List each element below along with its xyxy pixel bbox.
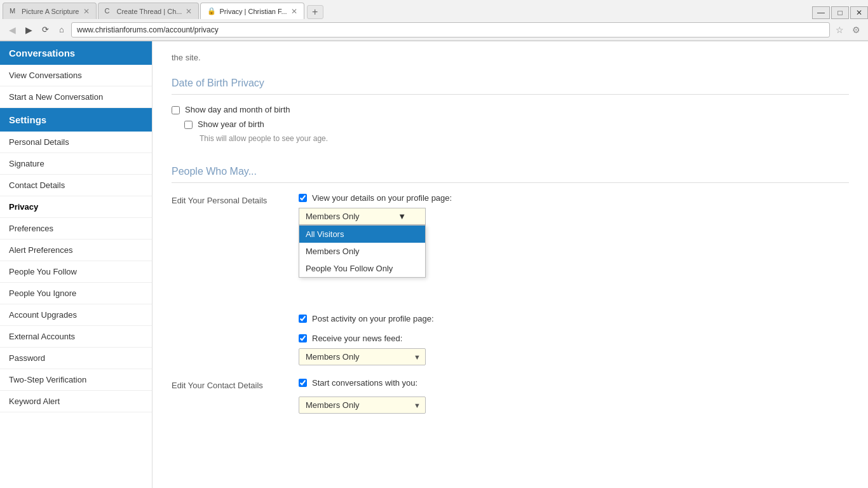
news-feed-checkbox[interactable] <box>299 334 307 342</box>
refresh-button[interactable]: ⟳ <box>38 23 52 37</box>
tab-gmail[interactable]: M Picture A Scripture ✕ <box>3 3 97 19</box>
tab-close-gmail[interactable]: ✕ <box>83 7 90 16</box>
sidebar-item-people-you-ignore[interactable]: People You Ignore <box>0 283 152 304</box>
start-conversations-label[interactable]: Start conversations with you: <box>312 378 417 388</box>
toolbar-right: ☆ ⚙ <box>832 23 863 37</box>
show-year-row: Show year of birth <box>184 119 849 129</box>
show-year-checkbox[interactable] <box>184 121 193 129</box>
news-feed-label[interactable]: Receive your news feed: <box>312 334 402 343</box>
start-conversations-dropdown[interactable]: Members Only All Visitors People You Fol… <box>299 396 426 414</box>
members-dropdown-container: Members Only ▼ All Visitors Members Only… <box>299 208 849 225</box>
sidebar-item-keyword-alert[interactable]: Keyword Alert <box>0 391 152 412</box>
view-details-checkbox[interactable] <box>299 194 307 202</box>
edit-contact-details-row: Edit Your Contact Details Start conversa… <box>172 378 849 414</box>
main-content: the site. Date of Birth Privacy Show day… <box>153 41 868 488</box>
tab-favicon-gmail: M <box>10 7 18 16</box>
dropdown-option-people-you-follow[interactable]: People You Follow Only <box>299 260 425 277</box>
tab-favicon-privacy: 🔒 <box>207 7 216 16</box>
forward-button[interactable]: ▶ <box>22 23 36 37</box>
personal-details-controls: View your details on your profile page: … <box>299 193 849 365</box>
sidebar-item-alert-preferences[interactable]: Alert Preferences <box>0 240 152 261</box>
sidebar: Conversations View Conversations Start a… <box>0 41 153 488</box>
tab-close-create[interactable]: ✕ <box>186 7 192 16</box>
sidebar-item-view-conversations[interactable]: View Conversations <box>0 65 152 86</box>
edit-personal-details-label: Edit Your Personal Details <box>172 193 286 205</box>
close-button[interactable]: ✕ <box>850 6 868 19</box>
people-section: People Who May... Edit Your Personal Det… <box>172 158 849 414</box>
settings-header: Settings <box>0 108 152 132</box>
view-details-line: View your details on your profile page: <box>299 193 849 203</box>
post-activity-line: Post activity on your profile page: <box>299 314 849 323</box>
tab-privacy[interactable]: 🔒 Privacy | Christian F... ✕ <box>200 3 304 19</box>
start-conversations-checkbox[interactable] <box>299 379 307 387</box>
conversations-header: Conversations <box>0 41 152 65</box>
dropdown-selected-value: Members Only <box>306 212 360 221</box>
dropdown-option-all-visitors[interactable]: All Visitors <box>299 226 425 243</box>
news-feed-dropdown-wrapper: Members Only All Visitors People You Fol… <box>299 348 426 365</box>
sidebar-item-preferences[interactable]: Preferences <box>0 218 152 240</box>
browser-tabs: M Picture A Scripture ✕ C Create Thread … <box>0 0 868 19</box>
post-activity-label[interactable]: Post activity on your profile page: <box>312 314 434 323</box>
sidebar-item-start-conversation[interactable]: Start a New Conversation <box>0 86 152 108</box>
browser-chrome: M Picture A Scripture ✕ C Create Thread … <box>0 0 868 41</box>
sidebar-item-external-accounts[interactable]: External Accounts <box>0 326 152 348</box>
view-details-label[interactable]: View your details on your profile page: <box>312 193 452 203</box>
browser-toolbar: ◀ ▶ ⟳ ⌂ ☆ ⚙ <box>0 19 868 41</box>
contact-details-controls: Start conversations with you: Members On… <box>299 378 849 414</box>
sidebar-item-personal-details[interactable]: Personal Details <box>0 132 152 153</box>
news-feed-section: Receive your news feed: Members Only All… <box>299 334 849 365</box>
dropdown-arrow-icon: ▼ <box>398 212 406 221</box>
sidebar-item-privacy[interactable]: Privacy <box>0 196 152 218</box>
people-section-heading: People Who May... <box>172 158 849 183</box>
sidebar-item-people-you-follow[interactable]: People You Follow <box>0 261 152 283</box>
members-dropdown-header[interactable]: Members Only ▼ <box>299 208 426 225</box>
address-bar[interactable] <box>71 22 830 37</box>
tab-label-create: Create Thread | Ch... <box>117 8 182 15</box>
tab-label-gmail: Picture A Scripture <box>22 8 79 15</box>
tab-create-thread[interactable]: C Create Thread | Ch... ✕ <box>98 3 200 19</box>
dropdown-option-members-only[interactable]: Members Only <box>299 243 425 260</box>
show-day-month-row: Show day and month of birth <box>172 105 849 114</box>
bookmark-button[interactable]: ☆ <box>832 23 846 37</box>
content-inner: the site. Date of Birth Privacy Show day… <box>153 41 868 439</box>
dob-section: Date of Birth Privacy Show day and month… <box>172 70 849 143</box>
edit-contact-details-label: Edit Your Contact Details <box>172 378 286 390</box>
minimize-button[interactable]: — <box>812 6 830 19</box>
tab-label-privacy: Privacy | Christian F... <box>219 8 287 15</box>
show-year-label[interactable]: Show year of birth <box>198 119 264 129</box>
sidebar-item-contact-details[interactable]: Contact Details <box>0 175 152 196</box>
sidebar-item-password[interactable]: Password <box>0 348 152 369</box>
show-day-month-checkbox[interactable] <box>172 106 180 114</box>
start-conversations-dropdown-wrapper: Members Only All Visitors People You Fol… <box>299 396 426 414</box>
start-conversations-line: Start conversations with you: <box>299 378 849 388</box>
show-day-month-label[interactable]: Show day and month of birth <box>185 105 290 114</box>
show-year-sublabel: This will allow people to see your age. <box>200 134 849 143</box>
maximize-button[interactable]: □ <box>831 6 849 19</box>
sidebar-item-two-step-verification[interactable]: Two-Step Verification <box>0 369 152 391</box>
sidebar-item-signature[interactable]: Signature <box>0 153 152 175</box>
members-dropdown-list: All Visitors Members Only People You Fol… <box>299 225 426 278</box>
tab-favicon-create: C <box>105 7 114 16</box>
window-controls: — □ ✕ <box>812 6 868 19</box>
home-button[interactable]: ⌂ <box>55 23 69 37</box>
news-feed-dropdown[interactable]: Members Only All Visitors People You Fol… <box>299 348 426 365</box>
browser-settings-button[interactable]: ⚙ <box>849 23 863 37</box>
sidebar-item-account-upgrades[interactable]: Account Upgrades <box>0 304 152 326</box>
edit-personal-details-row: Edit Your Personal Details View your det… <box>172 193 849 365</box>
new-tab-button[interactable]: + <box>307 5 323 19</box>
back-button[interactable]: ◀ <box>5 23 19 37</box>
dob-section-heading: Date of Birth Privacy <box>172 70 849 95</box>
post-activity-checkbox[interactable] <box>299 315 307 323</box>
top-text: the site. <box>172 48 849 70</box>
news-feed-line: Receive your news feed: <box>299 334 849 343</box>
show-year-group: Show year of birth This will allow peopl… <box>184 119 849 143</box>
tab-close-privacy[interactable]: ✕ <box>291 7 297 16</box>
page-layout: Conversations View Conversations Start a… <box>0 41 868 488</box>
